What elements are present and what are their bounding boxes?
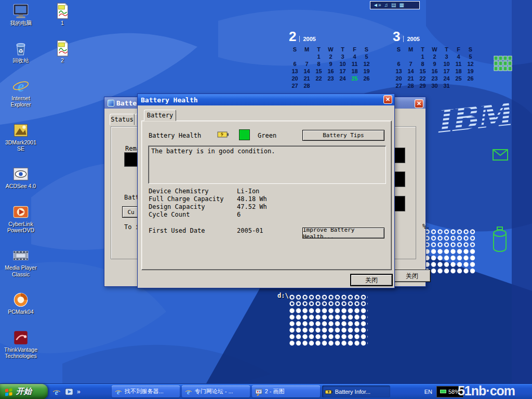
calendar-day: 24 <box>441 75 453 83</box>
first-used-value: 2005-01 <box>237 227 263 235</box>
desktop-file[interactable]: 2 <box>48 39 77 63</box>
window-title: Batte <box>116 99 137 107</box>
calendar-day: 3 <box>337 54 349 61</box>
calendar-day: 23 <box>325 75 337 83</box>
calendar-day: 22 <box>313 75 325 83</box>
tab-battery[interactable]: Battery <box>144 110 176 121</box>
battery-icon <box>440 390 446 393</box>
spec-value: 48.18 Wh <box>237 195 267 203</box>
taskbar: 开始 e » e找不到服务器...e专门网论坛 - ...2 - 画图Batte… <box>0 383 532 399</box>
tab-status[interactable]: Status <box>110 114 135 125</box>
close-icon[interactable]: ✕ <box>383 95 392 104</box>
quicklaunch-media-icon[interactable] <box>64 387 74 396</box>
taskbar-task-3[interactable]: Battery Infor... <box>322 385 390 397</box>
desktop-icon[interactable]: 3DMark2001 SE <box>1 122 41 152</box>
calendar-day: 11 <box>349 61 361 68</box>
dots-hollow <box>424 229 476 248</box>
health-label: Battery Health <box>149 132 201 139</box>
calendar-day: 25 <box>453 75 464 83</box>
calendar-month-3: 32005SMTWTFS1234567891011121314151617181… <box>393 30 477 90</box>
grid-icon <box>494 56 512 71</box>
calendar-day: 19 <box>464 68 476 75</box>
tab-label: Status <box>111 116 133 123</box>
paint-icon <box>255 388 263 396</box>
taskbar-task-1[interactable]: e专门网论坛 - ... <box>182 385 250 397</box>
dots-pattern-right <box>424 229 476 274</box>
calendar-dow: T <box>417 46 429 54</box>
desktop-icon[interactable]: ♻回收站 <box>1 39 41 63</box>
calendar-day: 17 <box>441 68 453 75</box>
spec-label: Design Capacity <box>149 203 237 211</box>
envelope-icon <box>493 149 508 161</box>
desktop-icon[interactable]: Media Player Classic <box>1 247 41 277</box>
desktop-icon-column: 我的电脑♻回收站eInternet Explorer3DMark2001 SEA… <box>1 2 41 359</box>
desktop-icon-label: Internet Explorer <box>2 95 40 108</box>
battery-app-icon <box>108 100 114 107</box>
quicklaunch-expand-icon[interactable]: » <box>77 388 81 395</box>
calendar-day <box>405 54 417 61</box>
desktop-icon[interactable]: PCMark04 <box>1 291 41 315</box>
calendar-day: 16 <box>325 68 337 75</box>
dots-hollow <box>289 294 368 308</box>
calendar-day: 14 <box>405 68 417 75</box>
calendar-day <box>453 83 464 90</box>
spec-row: Design Capacity47.52 Wh <box>149 203 267 211</box>
calendar-month-number: 3 <box>393 30 400 43</box>
calendar-dow: W <box>325 46 337 54</box>
calendar-day: 7 <box>301 61 313 68</box>
battery-tips-button[interactable]: Battery Tips <box>302 130 384 141</box>
calendar-day: 22 <box>417 75 429 83</box>
recycle-bin-icon: ♻ <box>12 39 30 57</box>
improve-battery-health-button[interactable]: Improve Battery Health... <box>302 228 384 238</box>
desktop-icon[interactable]: CyberLink PowerDVD <box>1 203 41 234</box>
calendar-day: 2 <box>429 54 441 61</box>
taskbar-task-2[interactable]: 2 - 画图 <box>252 385 320 397</box>
first-used-label: First Used Date <box>149 227 237 235</box>
quicklaunch-ie-icon[interactable]: e <box>52 387 61 396</box>
acdsee-icon <box>12 165 30 183</box>
jpg-file-icon <box>54 39 71 57</box>
task-label: Battery Infor... <box>335 389 370 395</box>
thinkvantage-icon <box>12 329 30 347</box>
percent-fragment: %. <box>422 223 430 230</box>
drive-label: d:\ <box>277 292 289 299</box>
svg-text:e: e <box>117 388 120 396</box>
calendar-day: 27 <box>289 83 301 90</box>
spec-row: Device ChemistryLi-Ion <box>149 188 267 195</box>
desktop-icon-label: ThinkVantage Technologies <box>2 347 40 360</box>
desktop-icon[interactable]: 我的电脑 <box>1 2 41 26</box>
note-icon: ♫ <box>384 3 388 8</box>
speaker-icon: ◄» <box>373 3 381 8</box>
calendar-day: 1 <box>313 54 325 61</box>
desktop-icon[interactable]: eInternet Explorer <box>1 77 41 108</box>
calendar-day: 4 <box>453 54 464 61</box>
calendar-day: 11 <box>453 61 464 68</box>
desktop-icon-label: 3DMark2001 SE <box>2 139 40 152</box>
calendar-day: 13 <box>289 68 301 75</box>
calendar-day: 1 <box>417 54 429 61</box>
desktop-icon[interactable]: ThinkVantage Technologies <box>1 329 41 360</box>
language-indicator[interactable]: EN <box>424 389 432 395</box>
keyboard-icon: ▦ <box>399 3 404 8</box>
spec-row: Cycle Count6 <box>149 211 267 219</box>
file-label: 1 <box>61 20 64 26</box>
taskbar-task-0[interactable]: e找不到服务器... <box>112 385 180 397</box>
calendar-day: 20 <box>393 75 405 83</box>
powerdvd-icon <box>12 203 30 221</box>
calendar-day: 15 <box>417 68 429 75</box>
desktop-icon-label: Media Player Classic <box>2 264 40 277</box>
desktop-icon[interactable]: ACDSee 4.0 <box>1 165 41 189</box>
start-button[interactable]: 开始 <box>0 384 48 399</box>
close-button[interactable]: 关闭 <box>393 270 431 282</box>
calendar-day: 21 <box>301 75 313 83</box>
desktop-icon-label: 回收站 <box>12 57 29 63</box>
close-icon[interactable]: ✕ <box>415 99 423 108</box>
calendar-dow: S <box>361 46 373 54</box>
title-bar[interactable]: Battery Health <box>138 94 394 105</box>
calendar-dow: W <box>429 46 441 54</box>
tab-label: Battery <box>147 112 174 119</box>
desktop-file[interactable]: 1 <box>48 2 77 26</box>
close-button[interactable]: 关闭 <box>351 274 392 286</box>
battery-meter[interactable]: 58% <box>436 386 463 397</box>
calendar-dow: T <box>441 46 453 54</box>
